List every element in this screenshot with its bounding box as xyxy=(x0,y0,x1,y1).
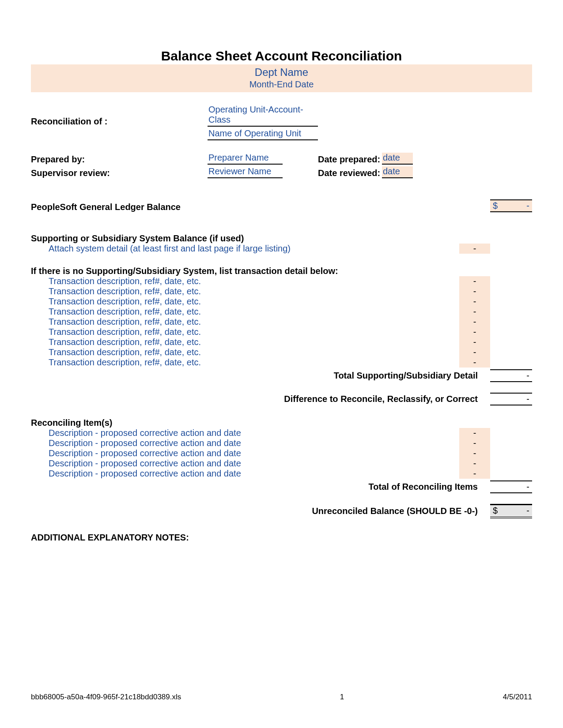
transaction-description[interactable]: Transaction description, ref#, date, etc… xyxy=(49,327,322,337)
difference-amount: - xyxy=(490,393,532,405)
transaction-row: Transaction description, ref#, date, etc… xyxy=(31,307,532,317)
transaction-row: Transaction description, ref#, date, etc… xyxy=(31,296,532,307)
reconciling-item-amount[interactable]: - xyxy=(459,438,490,448)
transaction-row: Transaction description, ref#, date, etc… xyxy=(31,347,532,357)
transaction-description[interactable]: Transaction description, ref#, date, etc… xyxy=(49,286,322,296)
gl-balance-value: - xyxy=(526,201,529,211)
date-reviewed[interactable]: date xyxy=(382,166,413,178)
transaction-amount[interactable]: - xyxy=(459,337,490,347)
transaction-amount[interactable]: - xyxy=(459,327,490,337)
date-prepared[interactable]: date xyxy=(382,153,413,165)
month-end-date: Month-End Date xyxy=(31,79,532,90)
reconciling-item-row: Description - proposed corrective action… xyxy=(31,438,532,448)
txn-heading: If there is no Supporting/Subsidiary Sys… xyxy=(31,266,532,276)
reconciliation-of-label: Reconciliation of : xyxy=(31,116,208,127)
total-support-label: Total Supporting/Subsidiary Detail xyxy=(31,371,490,381)
transaction-row: Transaction description, ref#, date, etc… xyxy=(31,276,532,286)
reconciling-item-row: Description - proposed corrective action… xyxy=(31,469,532,479)
unreconciled-value: - xyxy=(526,506,529,516)
dept-name: Dept Name xyxy=(31,66,532,79)
unreconciled-amount: $ - xyxy=(490,504,532,518)
reconciling-item-description[interactable]: Description - proposed corrective action… xyxy=(49,428,322,438)
transaction-row: Transaction description, ref#, date, etc… xyxy=(31,286,532,296)
transaction-amount[interactable]: - xyxy=(459,307,490,317)
reconciling-item-description[interactable]: Description - proposed corrective action… xyxy=(49,469,322,479)
transaction-row: Transaction description, ref#, date, etc… xyxy=(31,357,532,368)
page-title: Balance Sheet Account Reconciliation xyxy=(31,49,532,64)
header-band: Dept Name Month-End Date xyxy=(31,64,532,92)
page-footer: bbb68005-a50a-4f09-965f-21c18bdd0389.xls… xyxy=(31,693,532,702)
reconciling-item-amount[interactable]: - xyxy=(459,458,490,469)
date-prepared-label: Date prepared: xyxy=(318,154,382,165)
footer-date: 4/5/2011 xyxy=(503,693,532,702)
reconciling-item-amount[interactable]: - xyxy=(459,428,490,438)
transaction-description[interactable]: Transaction description, ref#, date, etc… xyxy=(49,276,322,286)
reconciling-item-row: Description - proposed corrective action… xyxy=(31,458,532,469)
preparer-name[interactable]: Preparer Name xyxy=(208,153,283,165)
attach-instruction: Attach system detail (at least first and… xyxy=(49,244,322,254)
reconciling-item-amount[interactable]: - xyxy=(459,469,490,479)
gl-balance-amount[interactable]: $ - xyxy=(490,199,532,212)
footer-filename: bbb68005-a50a-4f09-965f-21c18bdd0389.xls xyxy=(31,693,181,702)
transaction-description[interactable]: Transaction description, ref#, date, etc… xyxy=(49,317,322,327)
attach-amount[interactable]: - xyxy=(459,244,490,254)
reconciling-item-row: Description - proposed corrective action… xyxy=(31,428,532,438)
transaction-description[interactable]: Transaction description, ref#, date, etc… xyxy=(49,307,322,317)
prepared-by-label: Prepared by: xyxy=(31,154,208,165)
gl-balance-label: PeopleSoft General Ledger Balance xyxy=(31,202,490,212)
reconciling-item-row: Description - proposed corrective action… xyxy=(31,448,532,458)
operating-unit-name[interactable]: Name of Operating Unit xyxy=(208,128,318,140)
supporting-heading: Supporting or Subsidiary System Balance … xyxy=(31,233,532,244)
reconciling-item-amount[interactable]: - xyxy=(459,448,490,458)
transaction-amount[interactable]: - xyxy=(459,286,490,296)
reconciling-item-description[interactable]: Description - proposed corrective action… xyxy=(49,458,322,469)
currency-symbol: $ xyxy=(493,201,498,211)
currency-symbol: $ xyxy=(493,506,498,516)
date-reviewed-label: Date reviewed: xyxy=(318,168,382,178)
reconciling-item-description[interactable]: Description - proposed corrective action… xyxy=(49,438,322,448)
total-recon-label: Total of Reconciling Items xyxy=(31,482,490,492)
supervisor-review-label: Supervisor review: xyxy=(31,168,208,178)
unreconciled-label: Unreconciled Balance (SHOULD BE -0-) xyxy=(31,506,490,516)
transaction-row: Transaction description, ref#, date, etc… xyxy=(31,337,532,347)
operating-unit-account-class[interactable]: Operating Unit-Account-Class xyxy=(208,105,318,127)
transaction-description[interactable]: Transaction description, ref#, date, etc… xyxy=(49,296,322,307)
transaction-description[interactable]: Transaction description, ref#, date, etc… xyxy=(49,357,322,368)
transaction-row: Transaction description, ref#, date, etc… xyxy=(31,327,532,337)
reconciling-items-heading: Reconciling Item(s) xyxy=(31,418,532,428)
transaction-amount[interactable]: - xyxy=(459,357,490,368)
total-support-amount: - xyxy=(490,369,532,382)
transaction-description[interactable]: Transaction description, ref#, date, etc… xyxy=(49,347,322,357)
footer-page: 1 xyxy=(340,693,344,702)
transaction-row: Transaction description, ref#, date, etc… xyxy=(31,317,532,327)
notes-heading: ADDITIONAL EXPLANATORY NOTES: xyxy=(31,533,532,543)
difference-label: Difference to Reconcile, Reclassify, or … xyxy=(31,394,490,404)
transaction-amount[interactable]: - xyxy=(459,317,490,327)
transaction-amount[interactable]: - xyxy=(459,276,490,286)
transaction-description[interactable]: Transaction description, ref#, date, etc… xyxy=(49,337,322,347)
total-recon-amount: - xyxy=(490,480,532,493)
reviewer-name[interactable]: Reviewer Name xyxy=(208,166,283,178)
reconciling-item-description[interactable]: Description - proposed corrective action… xyxy=(49,448,322,458)
transaction-amount[interactable]: - xyxy=(459,296,490,307)
transaction-amount[interactable]: - xyxy=(459,347,490,357)
